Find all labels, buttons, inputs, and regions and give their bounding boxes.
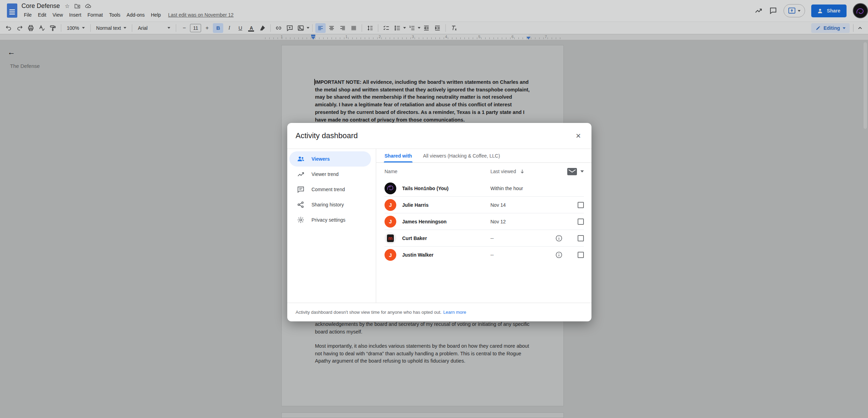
activity-dashboard-dialog: Activity dashboard ✕ Viewers Viewer tren… <box>287 123 591 321</box>
spellcheck-button[interactable] <box>37 23 47 33</box>
star-icon[interactable]: ☆ <box>65 3 70 9</box>
checkbox-justin[interactable] <box>578 252 584 258</box>
line-spacing-button[interactable] <box>365 23 375 33</box>
email-viewers-icon[interactable] <box>567 168 577 175</box>
highlight-color-button[interactable] <box>257 23 268 33</box>
docs-logo-icon[interactable] <box>7 3 17 18</box>
info-icon-curt[interactable] <box>555 234 563 242</box>
first-line-indent-marker[interactable] <box>311 35 315 36</box>
paragraph-style-select[interactable]: Normal text <box>93 23 129 33</box>
column-name[interactable]: Name <box>385 169 490 174</box>
menu-insert[interactable]: Insert <box>67 11 84 19</box>
comments-icon[interactable] <box>769 7 777 15</box>
bulleted-list-caret[interactable] <box>403 27 406 29</box>
font-size-decrease-button[interactable]: − <box>179 23 189 33</box>
numbered-list-button[interactable] <box>407 23 417 33</box>
viewer-row-justin[interactable]: J Justin Walker -- <box>385 247 584 263</box>
checkbox-james[interactable] <box>578 219 584 225</box>
outline-document-title[interactable]: The Defense <box>10 63 40 69</box>
numbered-list-caret[interactable] <box>418 27 421 29</box>
people-icon <box>297 155 305 162</box>
document-paragraph-important-note[interactable]: IMPORTANT NOTE: All evidence, including … <box>315 79 531 124</box>
close-outline-arrow-icon[interactable]: ← <box>8 48 15 57</box>
underline-button[interactable]: U <box>235 23 245 33</box>
share-icon <box>297 201 305 208</box>
add-comment-button[interactable] <box>284 23 295 33</box>
viewer-row-tails[interactable]: Tails Hon1nbo (You) Within the hour <box>385 180 584 197</box>
menu-format[interactable]: Format <box>85 11 105 19</box>
menu-help[interactable]: Help <box>148 11 163 19</box>
right-indent-marker[interactable] <box>526 37 531 39</box>
avatar-justin: J <box>385 249 396 261</box>
checkbox-curt[interactable] <box>578 235 584 241</box>
present-button[interactable] <box>784 4 805 17</box>
checklist-button[interactable] <box>381 23 391 33</box>
zoom-select[interactable]: 100% <box>64 23 88 33</box>
menu-addons[interactable]: Add-ons <box>124 11 147 19</box>
gear-icon <box>297 216 305 224</box>
align-right-button[interactable] <box>337 23 348 33</box>
account-avatar[interactable] <box>853 3 868 18</box>
horizontal-ruler: 1 1 2 3 4 5 6 7 <box>0 34 868 40</box>
collapse-toolbar-icon[interactable] <box>857 25 863 31</box>
mode-select[interactable]: Editing <box>811 23 850 33</box>
italic-button[interactable]: I <box>224 23 234 33</box>
sidebar-item-viewers[interactable]: Viewers <box>289 151 371 167</box>
align-center-button[interactable] <box>326 23 337 33</box>
comment-icon <box>297 186 305 193</box>
tab-shared-with[interactable]: Shared with <box>385 149 412 162</box>
paint-format-button[interactable] <box>48 23 58 33</box>
viewer-row-curt[interactable]: m Curt Baker -- <box>385 230 584 247</box>
menu-view[interactable]: View <box>50 11 65 19</box>
present-dropdown-caret[interactable] <box>798 10 801 12</box>
viewer-row-james[interactable]: J James Henningson Nov 12 <box>385 213 584 230</box>
sort-descending-icon <box>519 169 525 174</box>
close-dialog-button[interactable]: ✕ <box>573 131 583 141</box>
sidebar-item-comment-trend[interactable]: Comment trend <box>289 182 371 197</box>
text-color-button[interactable]: A <box>246 23 256 33</box>
document-title[interactable]: Core Defense <box>21 2 60 10</box>
person-icon <box>817 8 824 14</box>
menu-file[interactable]: File <box>21 11 34 19</box>
decrease-indent-button[interactable] <box>421 23 432 33</box>
document-paragraph-acknowledgements[interactable]: acknowledgements by the board and secret… <box>315 321 531 336</box>
align-left-button[interactable] <box>315 23 326 33</box>
insert-image-caret[interactable] <box>307 27 309 29</box>
document-page-2[interactable] <box>281 412 564 418</box>
viewer-row-julie[interactable]: J Julie Harris Nov 14 <box>385 197 584 213</box>
cloud-status-icon[interactable] <box>85 3 91 8</box>
undo-button[interactable] <box>3 23 14 33</box>
learn-more-link[interactable]: Learn more <box>443 310 466 315</box>
increase-indent-button[interactable] <box>432 23 443 33</box>
activity-trend-icon[interactable] <box>754 7 763 15</box>
tab-all-viewers[interactable]: All viewers (Hacking & Coffee, LLC) <box>423 149 500 162</box>
checkbox-julie[interactable] <box>578 202 584 208</box>
menu-edit[interactable]: Edit <box>36 11 49 19</box>
sidebar-item-sharing-history[interactable]: Sharing history <box>289 197 371 212</box>
menu-bar: File Edit View Insert Format Tools Add-o… <box>21 11 234 19</box>
info-icon-justin[interactable] <box>555 251 563 259</box>
document-paragraph-most-importantly[interactable]: Most importantly, it also includes vario… <box>315 343 531 365</box>
font-size-increase-button[interactable]: + <box>202 23 212 33</box>
font-size-input[interactable] <box>190 24 201 32</box>
last-edit-link[interactable]: Last edit was on November 12 <box>168 12 234 18</box>
sidebar-item-viewer-trend[interactable]: Viewer trend <box>289 167 371 182</box>
column-last-viewed[interactable]: Last viewed <box>490 169 542 174</box>
window-scrollbar[interactable] <box>864 42 867 129</box>
bulleted-list-button[interactable] <box>392 23 403 33</box>
left-indent-marker[interactable] <box>311 37 315 39</box>
insert-link-button[interactable] <box>273 23 284 33</box>
avatar-curt: m <box>385 232 396 244</box>
bold-button[interactable]: B <box>213 23 223 33</box>
clear-formatting-button[interactable] <box>449 23 459 33</box>
email-dropdown-caret[interactable] <box>580 170 584 172</box>
redo-button[interactable] <box>15 23 25 33</box>
sidebar-item-privacy-settings[interactable]: Privacy settings <box>289 212 371 228</box>
font-select[interactable]: Arial <box>135 23 173 33</box>
align-justify-button[interactable] <box>349 23 359 33</box>
share-button[interactable]: Share <box>811 5 847 17</box>
print-button[interactable] <box>26 23 36 33</box>
menu-tools[interactable]: Tools <box>107 11 123 19</box>
move-folder-icon[interactable] <box>74 3 80 9</box>
insert-image-button[interactable] <box>296 23 306 33</box>
